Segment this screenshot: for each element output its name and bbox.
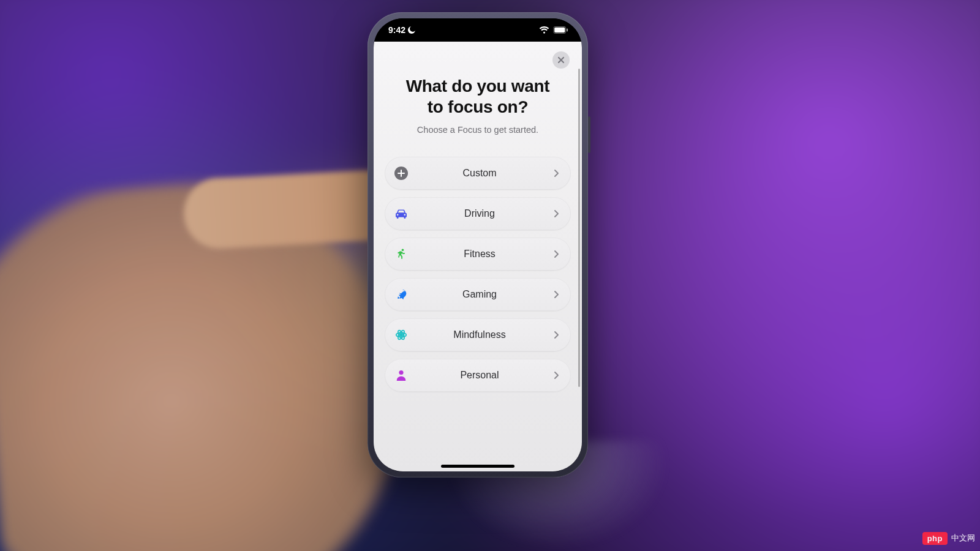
sheet-title-line1: What do you want: [387, 76, 568, 97]
person-icon: [393, 367, 409, 383]
notch: [428, 18, 529, 37]
home-indicator[interactable]: [441, 465, 514, 468]
phone-frame: 9:42: [368, 12, 588, 478]
scrollbar[interactable]: [578, 69, 580, 387]
svg-point-3: [402, 249, 404, 252]
chevron-right-icon: [550, 331, 562, 339]
chevron-right-icon: [550, 371, 562, 380]
focus-option-fitness[interactable]: Fitness: [385, 238, 571, 271]
status-time: 9:42: [388, 25, 405, 35]
phone-screen: 9:42: [374, 18, 582, 471]
sheet-subtitle: Choose a Focus to get started.: [383, 125, 572, 135]
focus-option-gaming[interactable]: Gaming: [385, 278, 571, 311]
sheet-title: What do you want to focus on?: [383, 72, 572, 118]
focus-option-label: Personal: [409, 370, 550, 381]
focus-option-mindfulness[interactable]: Mindfulness: [385, 318, 571, 351]
focus-option-label: Fitness: [409, 249, 550, 260]
svg-rect-2: [567, 28, 568, 31]
svg-rect-1: [554, 28, 565, 33]
run-icon: [393, 246, 409, 262]
wifi-icon: [539, 26, 549, 34]
focus-option-custom[interactable]: Custom: [385, 157, 571, 190]
rocket-icon: [393, 287, 409, 302]
moon-icon: [408, 26, 415, 34]
focus-option-label: Driving: [409, 208, 550, 219]
watermark: php 中文网: [922, 529, 975, 547]
plus-icon: [393, 165, 409, 181]
chevron-right-icon: [550, 290, 562, 299]
car-icon: [393, 206, 409, 222]
chevron-right-icon: [550, 250, 562, 258]
watermark-badge: php: [922, 532, 948, 545]
sheet-title-line2: to focus on?: [387, 97, 568, 118]
focus-option-label: Mindfulness: [409, 329, 550, 340]
focus-option-list: Custom Driving: [383, 157, 572, 392]
battery-icon: [553, 26, 568, 34]
focus-option-label: Gaming: [409, 289, 550, 300]
close-button[interactable]: [552, 51, 570, 69]
focus-option-label: Custom: [409, 168, 550, 179]
chevron-right-icon: [550, 209, 562, 218]
focus-option-driving[interactable]: Driving: [385, 197, 571, 230]
focus-setup-sheet: What do you want to focus on? Choose a F…: [374, 42, 582, 471]
chevron-right-icon: [550, 169, 562, 178]
watermark-text: 中文网: [951, 533, 975, 544]
focus-option-personal[interactable]: Personal: [385, 359, 571, 392]
svg-point-8: [399, 370, 403, 375]
close-icon: [557, 56, 565, 64]
mindfulness-icon: [393, 327, 409, 343]
